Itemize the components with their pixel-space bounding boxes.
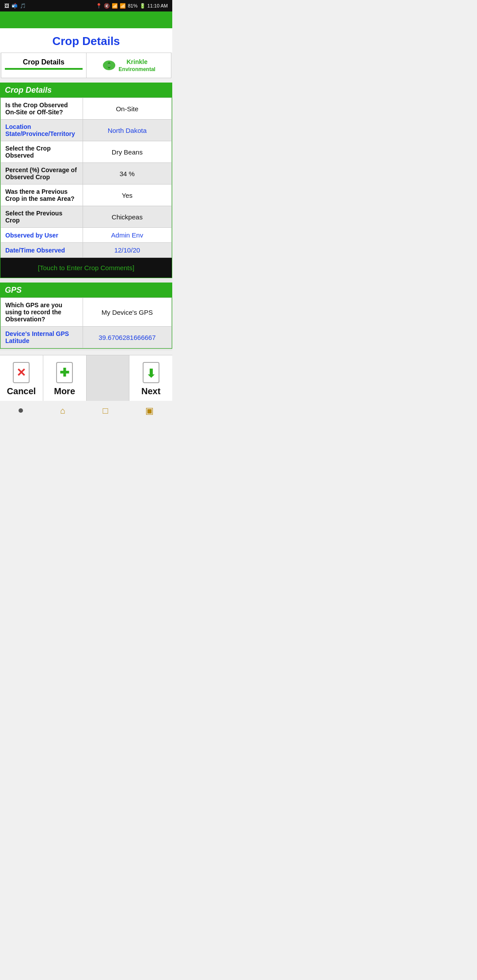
wifi-icon: 📶 bbox=[112, 3, 118, 9]
row-value: On-Site bbox=[83, 98, 171, 120]
table-row[interactable]: Select the Crop Observed Dry Beans bbox=[1, 141, 172, 163]
crop-details-table: Is the Crop Observed On-Site or Off-Site… bbox=[0, 98, 172, 258]
row-value: North Dakota bbox=[83, 120, 171, 141]
tab-crop-details[interactable]: Crop Details bbox=[1, 53, 87, 78]
tab-row: Crop Details KrinkleEnvironmental bbox=[1, 53, 171, 78]
next-label: Next bbox=[141, 386, 160, 396]
next-button[interactable]: ⬇ Next bbox=[129, 355, 172, 401]
row-value: Yes bbox=[83, 185, 171, 206]
shazam-icon: 🎵 bbox=[20, 3, 26, 9]
row-value: Dry Beans bbox=[83, 141, 171, 163]
tab-underline bbox=[5, 68, 83, 70]
row-label: Was there a Previous Crop in the same Ar… bbox=[1, 185, 83, 206]
battery-icon: 🔋 bbox=[140, 3, 146, 9]
empty-button bbox=[87, 355, 130, 401]
row-label: Which GPS are you using to record the Ob… bbox=[1, 298, 83, 327]
page-title: Crop Details bbox=[0, 28, 172, 53]
nav-bar: ⌂ □ ▣ bbox=[0, 401, 172, 418]
krinkle-logo: KrinkleEnvironmental bbox=[90, 58, 168, 72]
next-icon: ⬇ bbox=[141, 362, 161, 384]
nav-dot bbox=[19, 408, 23, 413]
row-value: My Device's GPS bbox=[83, 298, 171, 327]
row-value: Chickpeas bbox=[83, 206, 171, 228]
cancel-button[interactable]: ✕ Cancel bbox=[0, 355, 43, 401]
status-icons: 🖼 📬 🎵 bbox=[4, 3, 26, 9]
tab-crop-details-label: Crop Details bbox=[5, 58, 83, 66]
row-label: Date/Time Observed bbox=[1, 243, 83, 258]
svg-point-1 bbox=[107, 64, 111, 67]
svg-text:✚: ✚ bbox=[60, 366, 69, 379]
table-row[interactable]: Which GPS are you using to record the Ob… bbox=[1, 298, 172, 327]
row-label: Percent (%) Coverage of Observed Crop bbox=[1, 163, 83, 185]
green-top-bar bbox=[0, 11, 172, 28]
row-value: Admin Env bbox=[83, 228, 171, 243]
table-row[interactable]: Date/Time Observed 12/10/20 bbox=[1, 243, 172, 258]
row-label: Device's Internal GPS Latitude bbox=[1, 327, 83, 348]
comments-bar[interactable]: [Touch to Enter Crop Comments] bbox=[0, 258, 172, 278]
crop-details-section: Crop Details Is the Crop Observed On-Sit… bbox=[0, 83, 172, 278]
gps-section: GPS Which GPS are you using to record th… bbox=[0, 283, 172, 349]
main-content: Crop Details Is the Crop Observed On-Sit… bbox=[0, 83, 172, 351]
nav-home[interactable]: □ bbox=[103, 406, 108, 416]
row-value: 34 % bbox=[83, 163, 171, 185]
cancel-label: Cancel bbox=[7, 386, 36, 396]
cancel-icon: ✕ bbox=[11, 362, 31, 384]
table-row[interactable]: Is the Crop Observed On-Site or Off-Site… bbox=[1, 98, 172, 120]
table-row[interactable]: Select the Previous Crop Chickpeas bbox=[1, 206, 172, 228]
row-label: Observed by User bbox=[1, 228, 83, 243]
more-label: More bbox=[54, 386, 75, 396]
mute-icon: 🔇 bbox=[104, 3, 110, 9]
table-row[interactable]: Was there a Previous Crop in the same Ar… bbox=[1, 185, 172, 206]
nav-recents[interactable]: ▣ bbox=[145, 405, 154, 416]
krinkle-logo-icon bbox=[102, 59, 116, 72]
table-row[interactable]: Device's Internal GPS Latitude 39.670628… bbox=[1, 327, 172, 348]
gps-header: GPS bbox=[0, 283, 172, 298]
row-label: Is the Crop Observed On-Site or Off-Site… bbox=[1, 98, 83, 120]
location-icon: 📍 bbox=[96, 3, 102, 9]
tab-krinkle[interactable]: KrinkleEnvironmental bbox=[87, 53, 171, 78]
table-row[interactable]: Observed by User Admin Env bbox=[1, 228, 172, 243]
svg-text:⬇: ⬇ bbox=[146, 367, 156, 380]
signal-icon: 📶 bbox=[120, 3, 126, 9]
bottom-buttons: ✕ Cancel ✚ More ⬇ Next bbox=[0, 355, 172, 401]
battery-percent: 81% bbox=[128, 3, 137, 8]
row-value: 39.6706281666667 bbox=[83, 327, 171, 348]
row-label: Location State/Province/Territory bbox=[1, 120, 83, 141]
more-icon: ✚ bbox=[55, 362, 74, 384]
krinkle-text: KrinkleEnvironmental bbox=[119, 58, 155, 72]
table-row[interactable]: Percent (%) Coverage of Observed Crop 34… bbox=[1, 163, 172, 185]
svg-text:✕: ✕ bbox=[16, 366, 26, 379]
clock: 11:10 AM bbox=[148, 3, 168, 8]
crop-details-header: Crop Details bbox=[0, 83, 172, 98]
status-right: 📍 🔇 📶 📶 81% 🔋 11:10 AM bbox=[96, 3, 168, 9]
row-label: Select the Crop Observed bbox=[1, 141, 83, 163]
row-value: 12/10/20 bbox=[83, 243, 171, 258]
row-label: Select the Previous Crop bbox=[1, 206, 83, 228]
image-icon: 🖼 bbox=[4, 3, 9, 8]
nav-back[interactable]: ⌂ bbox=[60, 406, 65, 416]
status-bar: 🖼 📬 🎵 📍 🔇 📶 📶 81% 🔋 11:10 AM bbox=[0, 0, 172, 11]
table-row[interactable]: Location State/Province/Territory North … bbox=[1, 120, 172, 141]
gps-table: Which GPS are you using to record the Ob… bbox=[0, 298, 172, 348]
voicemail-icon: 📬 bbox=[11, 3, 18, 9]
more-button[interactable]: ✚ More bbox=[43, 355, 87, 401]
